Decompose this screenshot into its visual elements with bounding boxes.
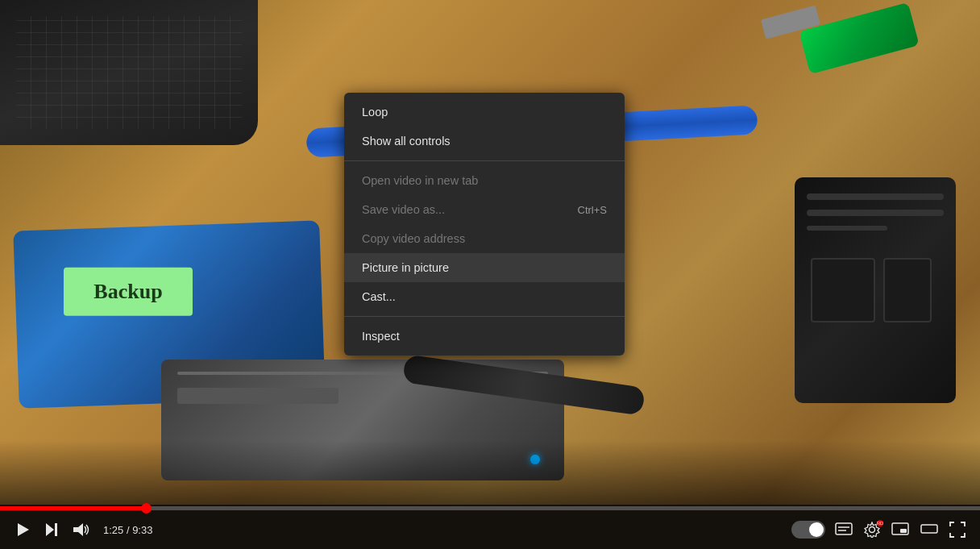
keyboard-keys bbox=[16, 16, 242, 129]
fullscreen-icon bbox=[949, 522, 965, 538]
black-case bbox=[795, 177, 956, 403]
skip-next-icon bbox=[44, 522, 60, 538]
subtitles-icon bbox=[835, 522, 853, 537]
menu-item-loop[interactable]: Loop bbox=[344, 98, 625, 127]
fullscreen-button[interactable] bbox=[945, 518, 970, 541]
keyboard-area bbox=[0, 0, 258, 145]
skip-next-button[interactable] bbox=[39, 518, 64, 541]
volume-button[interactable] bbox=[68, 518, 95, 541]
menu-item-pip-label: Picture in picture bbox=[362, 261, 449, 274]
pip-button[interactable] bbox=[887, 519, 914, 540]
autoplay-toggle[interactable] bbox=[791, 521, 825, 539]
menu-item-inspect-label: Inspect bbox=[362, 330, 400, 343]
menu-item-show-controls-label: Show all controls bbox=[362, 135, 451, 148]
bottom-gradient bbox=[0, 440, 980, 505]
svg-point-7 bbox=[870, 527, 875, 533]
menu-item-save-shortcut: Ctrl+S bbox=[578, 204, 607, 216]
svg-marker-3 bbox=[73, 523, 83, 536]
toggle-knob bbox=[809, 522, 824, 537]
menu-item-pip[interactable]: Picture in picture bbox=[344, 253, 625, 282]
menu-item-copy-label: Copy video address bbox=[362, 232, 465, 245]
svg-marker-0 bbox=[18, 523, 29, 536]
progress-bar[interactable] bbox=[0, 506, 980, 510]
menu-item-cast[interactable]: Cast... bbox=[344, 282, 625, 311]
svg-rect-10 bbox=[921, 525, 937, 533]
volume-icon bbox=[73, 522, 90, 538]
menu-separator-1 bbox=[344, 160, 625, 161]
menu-item-save-label: Save video as... bbox=[362, 203, 445, 216]
context-menu: Loop Show all controls Open video in new… bbox=[344, 93, 625, 356]
rd-badge-dot: RD bbox=[877, 520, 883, 526]
menu-item-save-video[interactable]: Save video as... Ctrl+S bbox=[344, 195, 625, 224]
svg-marker-1 bbox=[46, 523, 54, 536]
progress-filled bbox=[0, 506, 147, 510]
menu-item-inspect[interactable]: Inspect bbox=[344, 322, 625, 351]
hdd-label: Backup bbox=[64, 268, 193, 316]
menu-item-loop-label: Loop bbox=[362, 106, 388, 119]
menu-item-open-tab-label: Open video in new tab bbox=[362, 174, 478, 187]
controls-row: 1:25 / 9:33 RD bbox=[0, 510, 980, 549]
menu-item-show-all-controls[interactable]: Show all controls bbox=[344, 127, 625, 156]
settings-button[interactable]: RD bbox=[859, 518, 885, 541]
pip-icon bbox=[891, 522, 909, 537]
time-display: 1:25 / 9:33 bbox=[103, 524, 152, 536]
subtitles-button[interactable] bbox=[830, 519, 858, 540]
play-button[interactable] bbox=[10, 518, 35, 541]
menu-separator-2 bbox=[344, 316, 625, 317]
menu-item-copy-address[interactable]: Copy video address bbox=[344, 224, 625, 253]
svg-rect-4 bbox=[836, 523, 852, 534]
theater-icon bbox=[920, 522, 938, 537]
menu-item-open-new-tab[interactable]: Open video in new tab bbox=[344, 166, 625, 195]
control-bar: 1:25 / 9:33 RD bbox=[0, 505, 980, 549]
svg-rect-9 bbox=[900, 529, 907, 533]
svg-rect-2 bbox=[55, 523, 57, 536]
menu-item-cast-label: Cast... bbox=[362, 290, 396, 303]
right-controls: RD bbox=[788, 518, 970, 541]
play-icon bbox=[15, 522, 31, 538]
theater-button[interactable] bbox=[916, 519, 943, 540]
